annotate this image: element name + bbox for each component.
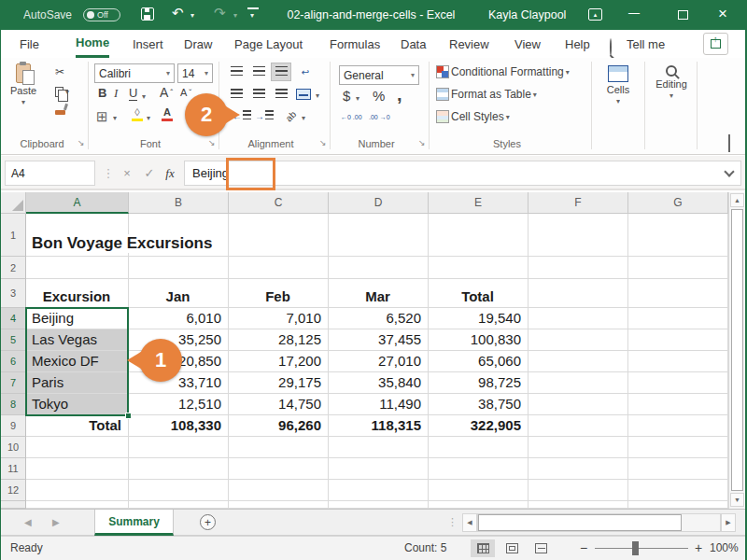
column-header-c[interactable]: C	[229, 192, 329, 214]
tab-data[interactable]: Data	[401, 30, 426, 58]
bold-button[interactable]: B	[98, 86, 106, 100]
cell-C13[interactable]	[229, 501, 329, 509]
cell-F9[interactable]	[529, 415, 628, 437]
redo-dropdown-icon[interactable]: ▾	[233, 11, 237, 20]
format-as-table-button[interactable]: Format as Table▾	[436, 88, 537, 101]
row-header-6[interactable]: 6	[1, 351, 26, 372]
save-icon[interactable]	[141, 7, 154, 21]
zoom-level[interactable]: 100%	[710, 541, 739, 554]
minimize-button[interactable]: —	[628, 7, 640, 20]
collapse-ribbon-button[interactable]	[728, 136, 730, 153]
cell-B4[interactable]: 6,010	[129, 308, 229, 329]
orientation-caret-icon[interactable]: ▾	[302, 114, 305, 122]
tab-file[interactable]: File	[20, 30, 39, 58]
cell-A9[interactable]: Total	[26, 415, 129, 437]
row-header-13[interactable]	[1, 501, 26, 509]
align-right-button[interactable]	[271, 85, 291, 104]
comma-style-button[interactable]: ,	[397, 84, 402, 105]
grow-font-button[interactable]: Aˆ	[160, 85, 173, 100]
cell-G5[interactable]	[628, 329, 728, 351]
undo-button[interactable]: ↶	[172, 6, 184, 20]
clipboard-dialog-launcher[interactable]: ↘	[78, 138, 85, 147]
cell-E8[interactable]: 38,750	[429, 394, 529, 415]
column-header-d[interactable]: D	[329, 192, 429, 214]
share-button[interactable]	[703, 33, 728, 55]
cell-C3[interactable]: Feb	[229, 279, 329, 308]
cell-G12[interactable]	[628, 480, 728, 501]
cell-F1[interactable]	[529, 214, 628, 257]
tab-review[interactable]: Review	[449, 30, 489, 58]
column-header-e[interactable]: E	[429, 192, 529, 214]
underline-button[interactable]: U	[129, 86, 137, 101]
increase-decimal-button[interactable]: ←0 .00	[341, 114, 362, 120]
row-header-7[interactable]: 7	[1, 372, 26, 394]
font-name-select[interactable]: Calibri▾	[94, 63, 175, 83]
number-dialog-launcher[interactable]: ↘	[418, 138, 426, 147]
new-sheet-button[interactable]: +	[200, 514, 216, 530]
cell-F4[interactable]	[529, 308, 628, 329]
cell-E11[interactable]	[429, 458, 529, 480]
bottom-align-button[interactable]	[271, 63, 291, 81]
view-page-layout-button[interactable]	[500, 539, 524, 557]
cell-F3[interactable]	[529, 279, 628, 308]
tell-me-search-icon[interactable]	[610, 39, 612, 56]
cell-E12[interactable]	[429, 480, 529, 501]
zoom-slider-track[interactable]	[595, 548, 688, 549]
cell-D4[interactable]: 6,520	[329, 308, 429, 329]
cell-A1[interactable]: Bon Voyage Excursions	[26, 214, 129, 257]
cell-A10[interactable]	[26, 437, 129, 458]
column-header-f[interactable]: F	[529, 192, 628, 214]
cell-A7[interactable]: Paris	[26, 372, 129, 394]
cell-F5[interactable]	[529, 329, 628, 351]
cell-G8[interactable]	[628, 394, 728, 415]
cell-D5[interactable]: 37,455	[329, 329, 429, 351]
merge-center-button[interactable]	[293, 85, 314, 104]
cell-B12[interactable]	[129, 480, 229, 501]
tab-help[interactable]: Help	[565, 30, 590, 58]
fill-handle[interactable]	[125, 413, 132, 419]
cell-F2[interactable]	[529, 257, 628, 279]
accounting-caret-icon[interactable]: ▾	[356, 94, 359, 103]
number-format-select[interactable]: General▾	[339, 65, 419, 85]
cell-C2[interactable]	[229, 257, 329, 279]
cell-C10[interactable]	[229, 437, 329, 458]
zoom-out-button[interactable]: −	[580, 540, 587, 555]
row-header-12[interactable]: 12	[1, 480, 26, 501]
row-header-9[interactable]: 9	[1, 415, 26, 437]
cell-E4[interactable]: 19,540	[429, 308, 529, 329]
decrease-decimal-button[interactable]: .00 →0	[369, 114, 390, 120]
fill-color-caret-icon[interactable]: ▾	[147, 114, 150, 122]
cell-A12[interactable]	[26, 480, 129, 501]
conditional-formatting-button[interactable]: Conditional Formatting▾	[436, 65, 570, 78]
quick-access-customize[interactable]	[247, 7, 259, 9]
tab-tell-me[interactable]: Tell me	[627, 30, 665, 58]
scroll-up-button[interactable]: ▲	[730, 193, 744, 207]
cell-D8[interactable]: 11,490	[329, 394, 429, 415]
cell-C8[interactable]: 14,750	[229, 394, 329, 415]
cell-E2[interactable]	[429, 257, 529, 279]
cells-button[interactable]: Cells ▾	[597, 65, 640, 105]
font-color-button[interactable]: A	[162, 106, 173, 121]
cell-E3[interactable]: Total	[429, 279, 529, 308]
vertical-scrollbar[interactable]: ▲ ▼	[728, 192, 744, 509]
cell-B9[interactable]: 108,330	[129, 415, 229, 437]
cell-F11[interactable]	[529, 458, 628, 480]
cell-D7[interactable]: 35,840	[329, 372, 429, 394]
cell-C11[interactable]	[229, 458, 329, 480]
wrap-text-button[interactable]: ↩	[295, 63, 316, 81]
cell-E1[interactable]	[429, 214, 529, 257]
percent-style-button[interactable]: %	[373, 88, 385, 104]
cell-D6[interactable]: 27,010	[329, 351, 429, 372]
cell-G9[interactable]	[628, 415, 728, 437]
tab-view[interactable]: View	[514, 30, 541, 58]
autosave-toggle[interactable]: Off	[83, 8, 120, 21]
quick-access-caret-icon[interactable]: ▾	[250, 11, 254, 20]
ribbon-display-options-button[interactable]: ▴	[588, 8, 602, 21]
cell-A13[interactable]	[26, 501, 129, 509]
row-header-10[interactable]: 10	[1, 437, 26, 458]
cell-A6[interactable]: Mexico DF	[26, 351, 129, 372]
cell-B13[interactable]	[129, 501, 229, 509]
column-header-g[interactable]: G	[628, 192, 728, 214]
cell-D2[interactable]	[329, 257, 429, 279]
underline-caret-icon[interactable]: ▾	[142, 92, 146, 101]
